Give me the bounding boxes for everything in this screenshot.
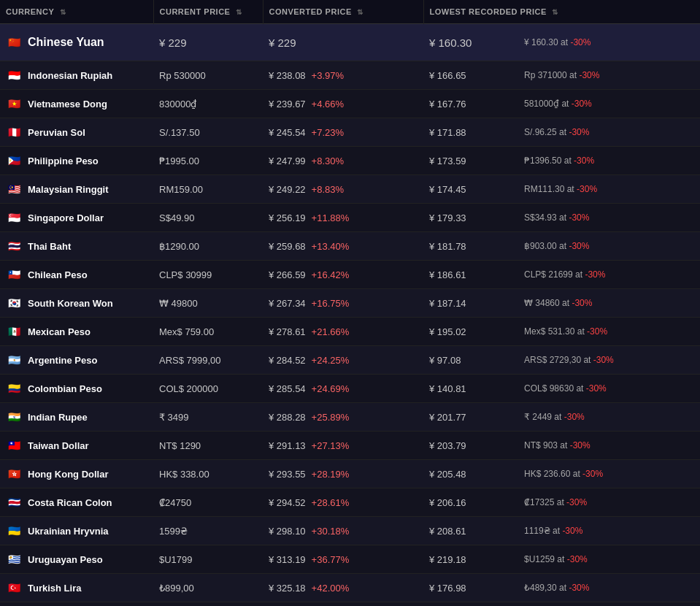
lowest-note-cell: $U1259 at -30% <box>518 545 700 574</box>
table-header-row: CURRENCY ⇅ CURRENT PRICE ⇅ CONVERTED PRI… <box>0 0 700 24</box>
converted-price-change: +28.19% <box>312 469 350 480</box>
header-currency-label: CURRENCY <box>6 7 54 16</box>
table-row: 🇹🇷Turkish Lira₺899,00¥ 325.18+42.00%¥ 17… <box>0 574 700 602</box>
current-price-cell: ¥ 229 <box>153 24 263 61</box>
currency-flag: 🇹🇷 <box>6 580 22 596</box>
lowest-note-cell: Rp 371000 at -30% <box>518 61 700 90</box>
converted-price-value: ¥ 256.19 <box>269 212 306 223</box>
header-currency[interactable]: CURRENCY ⇅ <box>0 0 153 24</box>
currency-name: Vietnamese Dong <box>28 99 107 110</box>
current-price-cell: 830000₫ <box>153 90 263 118</box>
table-row: 🇹🇭Thai Baht฿1290.00¥ 259.68+13.40%¥ 181.… <box>0 232 700 261</box>
currency-name: Chilean Peso <box>28 269 88 280</box>
currency-flag: 🇨🇷 <box>6 494 22 510</box>
lowest-note-cell: Mex$ 531.30 at -30% <box>518 318 700 346</box>
sort-icon-currency[interactable]: ⇅ <box>60 8 66 16</box>
converted-price-value: ¥ 294.52 <box>269 497 306 508</box>
discount-badge: -30% <box>564 412 585 422</box>
currency-name: Malaysian Ringgit <box>28 184 109 195</box>
lowest-note-cell: ₩ 34860 at -30% <box>518 289 700 318</box>
converted-price-value: ¥ 245.54 <box>269 127 306 138</box>
discount-badge: -30% <box>574 156 594 166</box>
lowest-yen-cell: ¥ 166.65 <box>423 61 518 90</box>
currency-flag: 🇦🇷 <box>6 352 22 368</box>
currency-name: South Korean Won <box>28 298 113 309</box>
lowest-yen-cell: ¥ 208.61 <box>423 517 518 545</box>
converted-price-change: +13.40% <box>312 241 350 252</box>
converted-price-cell: ¥ 245.54+7.23% <box>263 118 423 147</box>
sort-icon-current[interactable]: ⇅ <box>236 8 242 16</box>
lowest-yen-cell: ¥ 205.48 <box>423 460 518 488</box>
current-price-cell: CLP$ 30999 <box>153 261 263 289</box>
converted-price-cell: ¥ 267.34+16.75% <box>263 289 423 318</box>
current-price-cell: 1599₴ <box>153 517 263 545</box>
lowest-yen-cell: ¥ 277.42 <box>423 602 518 607</box>
currency-name: Philippine Peso <box>28 156 99 166</box>
table-row: 🇨🇱Chilean PesoCLP$ 30999¥ 266.59+16.42%¥… <box>0 261 700 289</box>
currency-flag: 🇹🇭 <box>6 238 22 254</box>
current-price-cell: ₺899,00 <box>153 574 263 602</box>
current-price-cell: $U1799 <box>153 545 263 574</box>
currency-name: Thai Baht <box>28 241 71 252</box>
lowest-note-cell: RM111.30 at -30% <box>518 175 700 204</box>
currency-cell: 🇹🇭Thai Baht <box>0 232 153 261</box>
converted-price-value: ¥ 325.18 <box>269 583 306 594</box>
converted-price-cell: ¥ 291.13+27.13% <box>263 432 423 460</box>
currency-cell: 🇭🇰Hong Kong Dollar <box>0 460 153 488</box>
discount-badge: -30% <box>586 383 607 394</box>
discount-badge: -30% <box>577 184 597 194</box>
converted-price-change: +21.66% <box>312 326 350 337</box>
sort-icon-lowest[interactable]: ⇅ <box>552 8 558 16</box>
converted-price-change: +16.42% <box>312 269 350 280</box>
currency-flag: 🇨🇳 <box>6 34 22 50</box>
converted-price-change: +16.75% <box>312 298 350 309</box>
lowest-note-cell: ฿903.00 at -30% <box>518 232 700 261</box>
sort-icon-converted[interactable]: ⇅ <box>357 8 364 16</box>
table-row: 🇰🇷South Korean Won₩ 49800¥ 267.34+16.75%… <box>0 289 700 318</box>
header-current-price[interactable]: CURRENT PRICE ⇅ <box>153 0 263 24</box>
converted-price-cell: ¥ 247.99+8.30% <box>263 147 423 175</box>
converted-price-cell: ¥ 285.54+24.69% <box>263 375 423 403</box>
currency-cell: 🇨🇷Costa Rican Colon <box>0 488 153 517</box>
currency-name: Chinese Yuan <box>28 36 104 49</box>
converted-price-change: +8.30% <box>312 156 344 166</box>
lowest-yen-cell: ¥ 186.61 <box>423 261 518 289</box>
table-row: 🇨🇴Colombian PesoCOL$ 200000¥ 285.54+24.6… <box>0 375 700 403</box>
header-lowest-price[interactable]: LOWEST RECORDED PRICE ⇅ <box>423 0 700 24</box>
table-row: 🇦🇷Argentine PesoARS$ 7999,00¥ 284.52+24.… <box>0 346 700 375</box>
currency-name: Turkish Lira <box>28 583 81 594</box>
converted-price-cell: ¥ 294.52+28.61% <box>263 488 423 517</box>
currency-name: Taiwan Dollar <box>28 440 89 451</box>
discount-badge: -30% <box>567 554 588 564</box>
currency-cell: 🇲🇽Mexican Peso <box>0 318 153 346</box>
lowest-yen-cell: ¥ 203.79 <box>423 432 518 460</box>
currency-name: Singapore Dollar <box>28 212 104 223</box>
currency-name: Costa Rican Colon <box>28 497 112 508</box>
currency-table: CURRENCY ⇅ CURRENT PRICE ⇅ CONVERTED PRI… <box>0 0 700 606</box>
currency-flag: 🇮🇳 <box>6 409 22 425</box>
lowest-note-cell: HK$ 236.60 at -30% <box>518 460 700 488</box>
currency-flag: 🇮🇩 <box>6 67 22 83</box>
table-row: 🇧🇷Brazilian RealR$ 249,00¥ 329.01+43.67%… <box>0 602 700 607</box>
header-converted-price-label: CONVERTED PRICE <box>269 7 352 16</box>
currency-name: Ukrainian Hryvnia <box>28 526 109 537</box>
lowest-yen-cell: ¥ 187.14 <box>423 289 518 318</box>
lowest-yen-cell: ¥ 201.77 <box>423 403 518 432</box>
converted-price-value: ¥ 229 <box>269 37 296 49</box>
currency-cell: 🇲🇾Malaysian Ringgit <box>0 175 153 204</box>
lowest-yen-cell: ¥ 179.33 <box>423 204 518 232</box>
converted-price-change: +11.88% <box>312 212 350 223</box>
lowest-yen-cell: ¥ 174.45 <box>423 175 518 204</box>
converted-price-value: ¥ 284.52 <box>269 355 306 366</box>
converted-price-value: ¥ 247.99 <box>269 156 306 166</box>
converted-price-change: +3.97% <box>312 70 344 81</box>
header-converted-price[interactable]: CONVERTED PRICE ⇅ <box>263 0 423 24</box>
table-row: 🇹🇼Taiwan DollarNT$ 1290¥ 291.13+27.13%¥ … <box>0 432 700 460</box>
discount-badge: -30% <box>570 37 591 47</box>
table-row: 🇲🇽Mexican PesoMex$ 759.00¥ 278.61+21.66%… <box>0 318 700 346</box>
lowest-note-cell: ₹ 2449 at -30% <box>518 403 700 432</box>
currency-cell: 🇨🇳Chinese Yuan <box>0 24 153 61</box>
lowest-yen-cell: ¥ 195.02 <box>423 318 518 346</box>
table-row: 🇲🇾Malaysian RinggitRM159.00¥ 249.22+8.83… <box>0 175 700 204</box>
current-price-cell: S$49.90 <box>153 204 263 232</box>
